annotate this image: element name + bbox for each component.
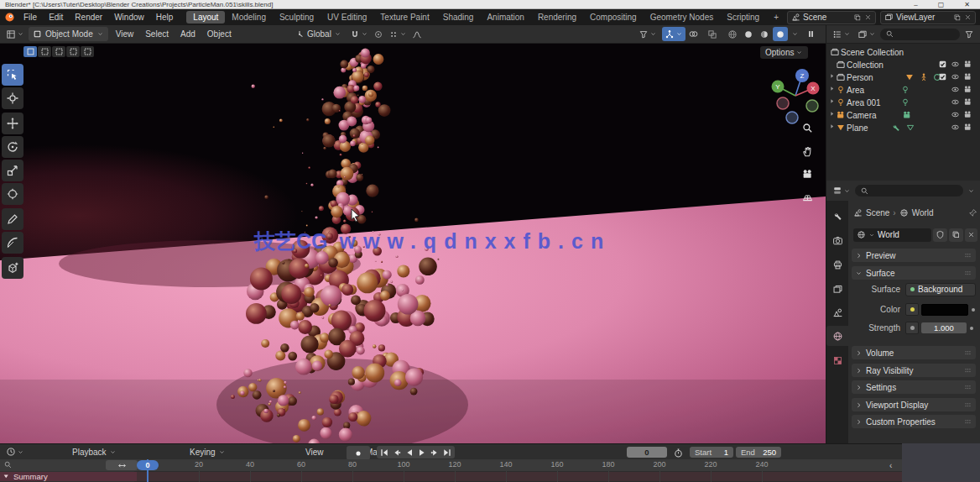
disclosure-arrow-icon[interactable] <box>828 123 836 130</box>
drag-handle-icon[interactable] <box>963 417 972 427</box>
shading-rendered-button[interactable] <box>773 27 788 41</box>
workspace-tab-sculpting[interactable]: Sculpting <box>273 11 321 24</box>
drag-handle-icon[interactable] <box>963 383 972 392</box>
duplicate-icon[interactable] <box>951 230 961 239</box>
drag-handle-icon[interactable] <box>963 269 972 278</box>
timeline-menu-view[interactable]: View <box>305 444 324 459</box>
strength-slider[interactable]: 1.000 <box>921 322 967 333</box>
workspace-tab-compositing[interactable]: Compositing <box>583 11 644 24</box>
end-frame-field[interactable]: End 250 <box>736 447 781 458</box>
disclosure-arrow-icon[interactable] <box>828 97 836 105</box>
eye-icon[interactable] <box>951 97 960 107</box>
close-icon[interactable]: ✕ <box>964 0 970 9</box>
tool-annotate-button[interactable] <box>2 208 23 230</box>
outliner-row-scene-collection[interactable]: Scene Collection <box>826 46 980 58</box>
drag-handle-icon[interactable] <box>963 401 972 410</box>
new-copy-button[interactable] <box>949 228 963 242</box>
panel-preview[interactable]: Preview <box>852 249 976 262</box>
render-visibility-icon[interactable] <box>963 123 972 132</box>
blender-logo[interactable] <box>4 12 15 23</box>
outliner-row-plane[interactable]: Plane <box>826 122 980 134</box>
render-visibility-icon[interactable] <box>963 60 972 69</box>
shading-solid-button[interactable] <box>741 27 756 41</box>
pin-icon[interactable] <box>968 208 977 217</box>
panel-viewport-display[interactable]: Viewport Display <box>852 398 976 411</box>
minimize-icon[interactable]: – <box>914 0 917 9</box>
current-frame-pill[interactable]: 0 <box>137 460 159 470</box>
breadcrumb-scene[interactable]: Scene <box>866 208 889 217</box>
workspace-tab-geometry-nodes[interactable]: Geometry Nodes <box>644 11 721 24</box>
checkbox-icon[interactable] <box>938 72 947 81</box>
scene-selector[interactable]: Scene <box>787 11 876 24</box>
timeline-ruler[interactable]: 020406080100120140160180200220240 <box>0 459 902 471</box>
properties-search-input[interactable] <box>855 185 963 196</box>
summary-channel[interactable]: Summary <box>0 472 137 481</box>
tool-move-button[interactable] <box>2 113 23 134</box>
viewport-canvas[interactable]: 技艺CGwww.qdnxxfb.cn Options Z X Y <box>0 44 826 443</box>
tool-transform-button[interactable] <box>2 183 23 205</box>
shading-dropdown[interactable] <box>789 27 801 41</box>
viewlayer-selector[interactable]: ViewLayer <box>880 11 976 24</box>
viewport-menu-object[interactable]: Object <box>201 25 237 44</box>
close-icon[interactable] <box>964 13 972 21</box>
maximize-icon[interactable]: ▢ <box>938 0 945 9</box>
workspace-tab-layout[interactable]: Layout <box>186 11 225 24</box>
proportional-editing-toggle[interactable] <box>371 27 386 41</box>
tool-select-box-button[interactable] <box>2 64 23 86</box>
timeline-search-icon[interactable] <box>3 460 13 469</box>
tool-add-cube-button[interactable] <box>2 257 23 279</box>
color-input-toggle[interactable] <box>905 303 919 316</box>
render-visibility-icon[interactable] <box>963 97 972 107</box>
play-reverse-button[interactable] <box>404 447 415 458</box>
outliner-editor-type-button[interactable] <box>830 27 853 41</box>
workspace-tab-rendering[interactable]: Rendering <box>531 11 583 24</box>
workspace-tab-shading[interactable]: Shading <box>436 11 481 24</box>
workspace-tab-modeling[interactable]: Modeling <box>225 11 273 24</box>
outliner-row-camera[interactable]: Camera <box>826 109 980 121</box>
render-visibility-icon[interactable] <box>963 110 972 119</box>
surface-value-button[interactable]: Background <box>905 283 976 296</box>
menu-render[interactable]: Render <box>69 9 108 25</box>
eye-icon[interactable] <box>951 60 960 69</box>
pan-button[interactable] <box>797 141 817 161</box>
add-workspace-button[interactable]: + <box>767 11 785 24</box>
tool-cursor-button[interactable] <box>2 87 23 109</box>
show-gizmo-toggle[interactable] <box>662 27 685 41</box>
object-mode-dropdown[interactable]: Object Mode <box>29 27 108 41</box>
eye-icon[interactable] <box>951 72 960 81</box>
viewport-menu-add[interactable]: Add <box>175 25 201 44</box>
auto-keying-button[interactable] <box>347 446 370 460</box>
properties-tab-scene[interactable] <box>826 302 848 322</box>
color-swatch[interactable] <box>921 304 968 316</box>
shading-material-button[interactable] <box>757 27 772 41</box>
select-mode-extend[interactable] <box>38 46 51 57</box>
menu-help[interactable]: Help <box>150 9 180 25</box>
properties-options-button[interactable] <box>965 184 977 198</box>
pause-render-button[interactable] <box>804 27 818 41</box>
menu-edit[interactable]: Edit <box>43 9 69 25</box>
drag-handle-icon[interactable] <box>963 366 972 375</box>
copy-icon[interactable] <box>853 13 862 22</box>
outliner-row-area-001[interactable]: Area 001 <box>826 97 980 108</box>
strength-input-toggle[interactable] <box>905 322 919 334</box>
panel-custom-properties[interactable]: Custom Properties <box>852 415 976 428</box>
disclosure-arrow-icon[interactable] <box>828 110 836 118</box>
jump-to-end-button[interactable] <box>441 447 453 458</box>
copy-icon[interactable] <box>953 13 962 22</box>
snap-toggle[interactable] <box>347 27 371 41</box>
properties-tab-view-layer[interactable] <box>826 279 848 299</box>
viewport-menu-select[interactable]: Select <box>139 25 175 44</box>
outliner-row-collection[interactable]: Collection <box>826 59 980 71</box>
timeline-collapse-arrow[interactable]: ‹ <box>889 461 892 470</box>
current-frame-field[interactable]: 0 <box>627 447 667 458</box>
zoom-button[interactable] <box>797 118 817 138</box>
properties-editor-type-button[interactable] <box>830 184 853 198</box>
xray-toggle[interactable] <box>705 27 720 41</box>
jump-to-start-button[interactable] <box>378 447 390 458</box>
tool-measure-button[interactable] <box>2 232 23 254</box>
panel-ray-visibility[interactable]: Ray Visibility <box>852 364 976 377</box>
render-visibility-icon[interactable] <box>963 85 972 94</box>
outliner-row-area[interactable]: Area <box>826 84 980 96</box>
properties-tab-output[interactable] <box>826 254 848 275</box>
workspace-tab-animation[interactable]: Animation <box>480 11 530 24</box>
